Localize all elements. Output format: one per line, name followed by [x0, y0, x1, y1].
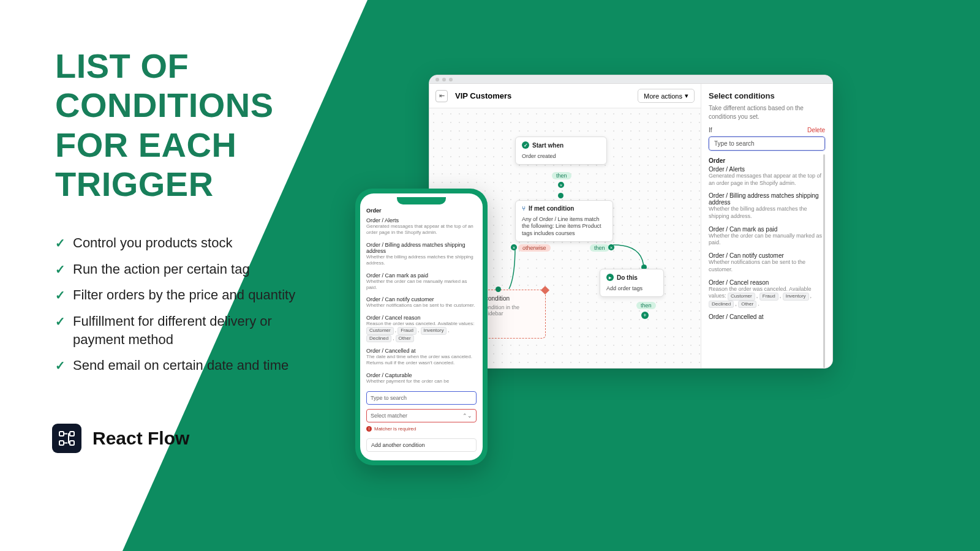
condition-item[interactable]: Order / Billing address matches shipping… — [366, 242, 477, 267]
node-title: If met condition — [529, 205, 574, 212]
then-chip[interactable]: then — [552, 172, 571, 179]
svg-rect-0 — [59, 432, 64, 436]
branch-icon: ⑂ — [522, 205, 526, 212]
node-start[interactable]: ✓Start when Order created — [515, 137, 607, 165]
node-subtitle: Any of Order / Line items match the foll… — [516, 216, 612, 241]
value-pill: Customer — [366, 327, 394, 334]
sidebar-subtitle: Take different actions based on the cond… — [709, 104, 825, 121]
check-icon: ✓ — [55, 358, 66, 374]
svg-rect-1 — [70, 432, 74, 436]
condition-item[interactable]: Order / AlertsGenerated messages that ap… — [366, 217, 477, 236]
condition-item[interactable]: Order / Can notify customerWhether notif… — [709, 252, 825, 273]
more-actions-label: More actions — [644, 92, 682, 100]
delete-icon[interactable]: × — [608, 244, 614, 250]
then-chip[interactable]: then — [636, 302, 656, 309]
condition-item[interactable]: Order / Cancelled atThe date and time wh… — [366, 348, 477, 367]
condition-item[interactable]: Order / Can notify customerWhether notif… — [366, 296, 477, 309]
bullet-text: Run the action per certain tag — [73, 260, 250, 279]
headline: LIST OF CONDITIONS FOR EACH TRIGGER — [55, 47, 274, 204]
condition-group-label: Order — [366, 204, 477, 216]
sidebar-title: Select conditions — [709, 91, 825, 100]
traffic-light-icon — [435, 78, 439, 81]
conditions-sidebar: Select conditions Take different actions… — [701, 84, 832, 368]
brand-logo-icon — [52, 424, 81, 453]
caret-down-icon: ▾ — [685, 92, 688, 100]
value-pill: Inventory — [783, 293, 809, 300]
error-message: ! Matcher is required — [366, 426, 477, 432]
add-condition-button[interactable]: Add another condition — [366, 438, 477, 452]
value-pill: Declined — [366, 335, 391, 342]
phone-notch — [397, 197, 446, 204]
search-input[interactable]: Type to search — [366, 391, 477, 405]
matcher-select[interactable]: Select matcher ⌃⌄ — [366, 409, 477, 422]
svg-rect-2 — [59, 441, 64, 445]
svg-rect-3 — [70, 441, 74, 445]
desktop-window: ⇤ VIP Customers More actions ▾ ✓Start wh… — [429, 75, 833, 369]
condition-item[interactable]: Order / AlertsGenerated messages that ap… — [709, 166, 825, 187]
node-condition[interactable]: ⑂If met condition Any of Order / Line it… — [515, 200, 613, 242]
condition-item[interactable]: Order / Cancel reason Reason the order w… — [709, 279, 825, 308]
value-pill: Fraud — [760, 293, 778, 300]
error-icon: ! — [366, 426, 372, 432]
more-actions-button[interactable]: More actions ▾ — [638, 89, 695, 103]
condition-item[interactable]: Order / Cancelled at — [709, 313, 825, 320]
phone-screen: Order Order / AlertsGenerated messages t… — [360, 193, 483, 460]
brand-name: React Flow — [92, 428, 189, 449]
node-title: Start when — [532, 142, 564, 149]
value-pill: Customer — [728, 293, 755, 300]
value-pill: Other — [396, 335, 414, 342]
play-circle-icon: ▸ — [606, 274, 614, 281]
placeholder-sub: ondition in the sidebar — [479, 304, 545, 321]
canvas-topbar: ⇤ VIP Customers More actions ▾ — [429, 84, 701, 108]
delete-icon[interactable]: × — [558, 182, 564, 188]
node-title: Do this — [617, 274, 638, 281]
select-placeholder: Select matcher — [371, 413, 407, 419]
node-action[interactable]: ▸Do this Add order tags — [600, 269, 664, 297]
search-input[interactable]: Type to search — [709, 137, 825, 151]
node-subtitle: Add order tags — [600, 285, 663, 296]
otherwise-chip[interactable]: otherwise — [518, 244, 551, 252]
delete-icon[interactable]: × — [511, 244, 517, 250]
condition-item[interactable]: Order / Can mark as paidWhether the orde… — [709, 226, 825, 247]
bullet-text: Fulfillment for different delivery or pa… — [73, 312, 312, 348]
condition-item[interactable]: Order / Cancel reason Reason the order w… — [366, 315, 477, 342]
stepper-icon: ⌃⌄ — [462, 413, 472, 419]
window-titlebar — [429, 75, 832, 84]
if-label: If — [709, 127, 712, 133]
value-pill: Other — [738, 301, 756, 308]
traffic-light-icon — [442, 78, 446, 81]
back-icon[interactable]: ⇤ — [435, 90, 448, 102]
bullet-text: Send email on certain date and time — [73, 356, 288, 375]
value-pill: Declined — [709, 301, 734, 308]
placeholder-title: condition — [479, 290, 545, 304]
value-pill: Inventory — [421, 327, 447, 334]
condition-item[interactable]: Order / Can mark as paidWhether the orde… — [366, 272, 477, 291]
check-icon: ✓ — [55, 235, 66, 252]
traffic-light-icon — [449, 78, 453, 81]
add-icon[interactable]: + — [641, 312, 649, 319]
condition-item[interactable]: Order / CapturableWhether payment for th… — [366, 372, 477, 384]
checkmark-circle-icon: ✓ — [522, 141, 529, 149]
workflow-title: VIP Customers — [455, 91, 511, 100]
check-icon: ✓ — [55, 287, 66, 304]
condition-item[interactable]: Order / Billing address matches shipping… — [709, 192, 825, 220]
bullet-text: Control you products stock — [73, 234, 232, 252]
connector-dot-icon — [496, 287, 501, 292]
phone-frame: Order Order / AlertsGenerated messages t… — [355, 189, 488, 465]
then-chip[interactable]: then — [590, 244, 609, 252]
delete-link[interactable]: Delete — [807, 127, 825, 133]
placeholder-condition-card[interactable]: condition ondition in the sidebar — [478, 290, 546, 339]
check-icon: ✓ — [55, 261, 66, 278]
bullet-text: Filter orders by the price and quantity — [73, 286, 295, 304]
node-subtitle: Order created — [516, 153, 606, 164]
condition-group-label: Order — [709, 154, 825, 166]
value-pill: Fraud — [398, 327, 417, 334]
brand: React Flow — [52, 424, 189, 453]
connector-dot-icon — [558, 193, 564, 198]
check-icon: ✓ — [55, 313, 66, 330]
feature-bullets: ✓Control you products stock ✓Run the act… — [55, 234, 312, 383]
